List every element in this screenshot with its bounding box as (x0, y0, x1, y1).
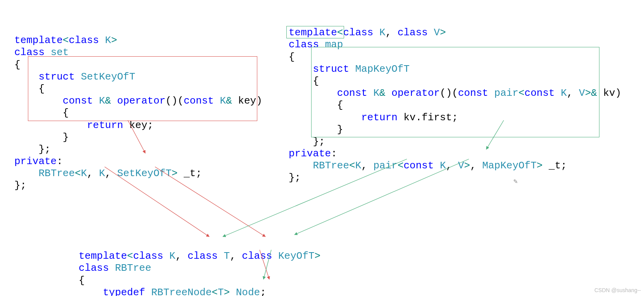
map-struct-box (311, 47, 599, 137)
map-class-box (286, 26, 344, 38)
rbtree-code-block: template<class K, class T, class KeyOfT>… (79, 238, 320, 296)
set-struct-box (28, 56, 257, 121)
pencil-icon: ✎ (513, 178, 518, 186)
watermark-text: CSDN @sushang-- (594, 287, 641, 294)
